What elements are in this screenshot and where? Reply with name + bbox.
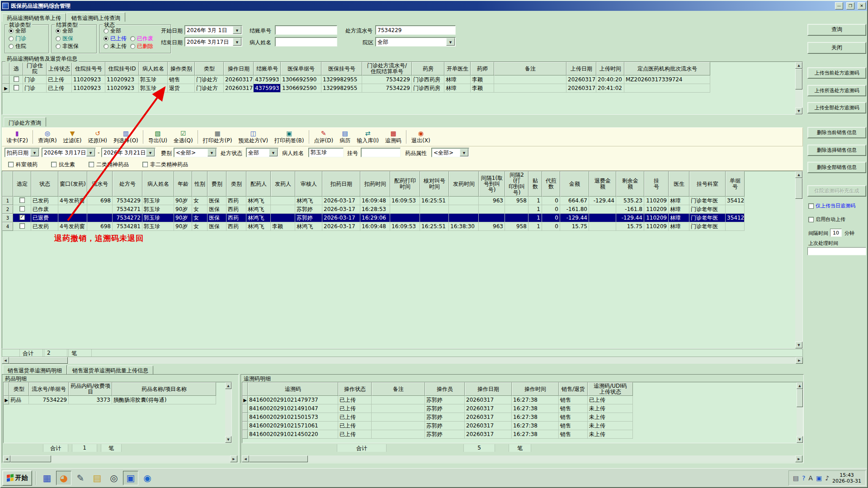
row-checkbox[interactable]	[19, 223, 25, 229]
input-method-icon[interactable]: A	[808, 474, 813, 482]
scroll-up-button[interactable]: ▲	[795, 62, 802, 69]
table-row[interactable]: ▶药品75342293373胰酶肠溶胶囊(得每通)	[4, 396, 216, 404]
tab-upload-query[interactable]: 销售追溯码上传查询	[66, 12, 125, 22]
toolbar-button-preview[interactable]: ◫预览处方(V)	[235, 128, 271, 145]
column-header[interactable]: 门诊处方流水号/住院结算单号	[362, 62, 412, 75]
column-header[interactable]: 流水号/单据号	[29, 382, 69, 396]
column-header[interactable]: 流水号	[87, 171, 113, 197]
column-header[interactable]: 状态	[31, 171, 58, 197]
date-from-combo[interactable]: 2026年 3月17日	[42, 148, 96, 157]
column-header[interactable]: 备注	[372, 382, 425, 396]
toolbar-button-comment[interactable]: ✎点评(D)	[311, 128, 337, 145]
column-header[interactable]: 间隔2(打印到叫号)	[505, 171, 528, 197]
rx-serial-input[interactable]	[375, 25, 456, 35]
help-icon[interactable]: ?	[802, 474, 805, 482]
scroll-thumb[interactable]	[10, 455, 51, 462]
column-header[interactable]: 药品名称/项目名称	[112, 382, 216, 396]
scroll-down-button[interactable]: ▼	[797, 436, 803, 443]
column-header[interactable]: 住院挂号号	[72, 62, 105, 75]
campus-combo[interactable]: 全部	[375, 37, 456, 47]
toolbar-button-input-db[interactable]: ⇄输入库(I)	[354, 128, 382, 145]
column-header[interactable]: 选定	[13, 171, 31, 197]
scroll-down-button[interactable]: ▼	[225, 436, 231, 443]
toolbar-button-card-reader[interactable]: ▮读卡(F2)	[3, 128, 31, 145]
rx-vertical-scrollbar[interactable]: ▲ ▼	[795, 171, 802, 348]
sales-vertical-scrollbar[interactable]: ▲ ▼	[795, 62, 802, 114]
column-header[interactable]: 选	[9, 62, 23, 75]
column-header[interactable]: 核对叫号时间	[420, 171, 449, 197]
column-header[interactable]: 结账单号	[254, 62, 281, 75]
column-header[interactable]: 药房	[412, 62, 444, 75]
reg-no-input[interactable]	[361, 148, 401, 157]
scroll-thumb[interactable]	[795, 178, 802, 199]
column-header[interactable]: 操作时间	[512, 382, 559, 396]
radio-全部[interactable]: 全部	[9, 27, 26, 35]
radio-非医保[interactable]: 非医保	[56, 42, 79, 50]
checkbox-二类精神药品[interactable]: 二类精神药品	[89, 161, 129, 169]
column-header[interactable]: 备注	[494, 62, 566, 75]
upload-selected-rx-button[interactable]: 上传所选处方追溯码	[807, 85, 866, 96]
row-checkbox[interactable]	[14, 76, 19, 82]
column-header[interactable]: 追溯码/UDI码上传状态	[588, 382, 633, 396]
row-checkbox[interactable]	[19, 197, 25, 203]
delete-all-sale-button[interactable]: 删除全部销售信息	[807, 162, 866, 173]
column-header[interactable]: 操作日期	[224, 62, 254, 75]
column-header[interactable]: 门诊住院	[23, 62, 47, 75]
date-to-combo[interactable]: 2026年 3月21日	[101, 148, 156, 157]
scroll-right-button[interactable]: ▶	[796, 357, 803, 364]
column-header[interactable]: 剩余金额	[616, 171, 644, 197]
bill-no-input[interactable]	[275, 25, 337, 35]
toolbar-button-filter[interactable]: ▼过滤(E)	[60, 128, 85, 145]
interval-input[interactable]	[830, 229, 842, 237]
toolbar-button-exit[interactable]: ◉退出(X)	[408, 128, 434, 145]
column-header[interactable]: 追溯码	[248, 382, 338, 396]
maximize-button[interactable]: ❐	[846, 2, 854, 9]
table-row[interactable]: 84160020291021571061已上传苏郭婷2026031716:27:…	[242, 422, 633, 430]
drug-vertical-scrollbar[interactable]: ▲ ▼	[225, 382, 231, 443]
table-row[interactable]: 84160020291021450220已上传苏郭婷2026031716:27:…	[242, 430, 633, 439]
tab-sales-upload[interactable]: 药品追溯码销售单上传	[2, 13, 66, 22]
drug-attr-combo[interactable]: <全部>	[431, 148, 469, 157]
toolbar-button-columns[interactable]: ▥列选择(O)	[110, 128, 142, 145]
column-header[interactable]: 年龄	[174, 171, 192, 197]
toolbar-button-medical-record[interactable]: ▤病历	[336, 128, 354, 145]
column-header[interactable]: 上传日期	[566, 62, 596, 75]
close-button[interactable]: ✕	[858, 2, 866, 9]
radio-医保[interactable]: 医保	[56, 35, 79, 42]
column-header[interactable]: 审核人	[295, 171, 322, 197]
tab-rx-query[interactable]: 门诊处方查询	[4, 117, 46, 127]
column-header[interactable]: 挂号	[644, 171, 669, 197]
taskbar-clock[interactable]: 15:43 2026-03-31	[832, 472, 861, 484]
row-checkbox[interactable]	[19, 215, 25, 220]
checkbox-非二类精神药品[interactable]: 非二类精神药品	[142, 161, 188, 169]
minimize-button[interactable]: —	[835, 2, 843, 9]
delete-selected-sale-button[interactable]: 删除选择销售信息	[807, 145, 866, 156]
tab-batch-upload-info[interactable]: 销售退货单追溯码批量上传信息	[67, 366, 153, 374]
column-header[interactable]: 医保单据号	[281, 62, 321, 75]
column-header[interactable]: 贴数	[528, 171, 542, 197]
row-checkbox[interactable]	[14, 85, 19, 90]
upload-all-rx-button[interactable]: 上传全部处方追溯码	[807, 102, 866, 113]
patient-name-input[interactable]	[275, 37, 337, 47]
column-header[interactable]: 病人姓名	[142, 171, 174, 197]
compass-icon[interactable]: ◎	[106, 471, 122, 485]
column-header[interactable]: 销售/退货	[559, 382, 588, 396]
network-globe-icon[interactable]: ◉	[140, 471, 155, 485]
table-row[interactable]: 84160020291021491047已上传苏郭婷2026031716:27:…	[242, 404, 633, 413]
column-header[interactable]: 类别	[226, 171, 246, 197]
column-header[interactable]: 配药打印时间	[390, 171, 420, 197]
column-header[interactable]: 扣药日期	[322, 171, 360, 197]
close-app-button[interactable]: 关闭	[807, 42, 866, 54]
column-header[interactable]: 类型	[9, 382, 29, 396]
tab-return-trace-detail[interactable]: 销售退货单追溯码明细	[3, 365, 67, 374]
column-header[interactable]: 病人姓名	[139, 62, 168, 75]
radio-已删除[interactable]: 已删除	[130, 42, 153, 50]
column-header[interactable]: 药品内码/收费项目	[69, 382, 112, 396]
column-header[interactable]: 单据号	[726, 171, 745, 197]
rx-horizontal-scrollbar[interactable]: ◀ ▶	[2, 357, 803, 364]
column-header[interactable]: 费别	[208, 171, 226, 197]
table-row[interactable]: ▶门诊已上传1102092311020923郭玉珍退货门诊处方202603174…	[2, 84, 710, 93]
monitor-small-icon[interactable]: ▣	[816, 474, 822, 482]
toolbar-button-print-label[interactable]: ▣打印药签(B)	[271, 128, 307, 145]
column-header[interactable]: 开单医生	[444, 62, 471, 75]
